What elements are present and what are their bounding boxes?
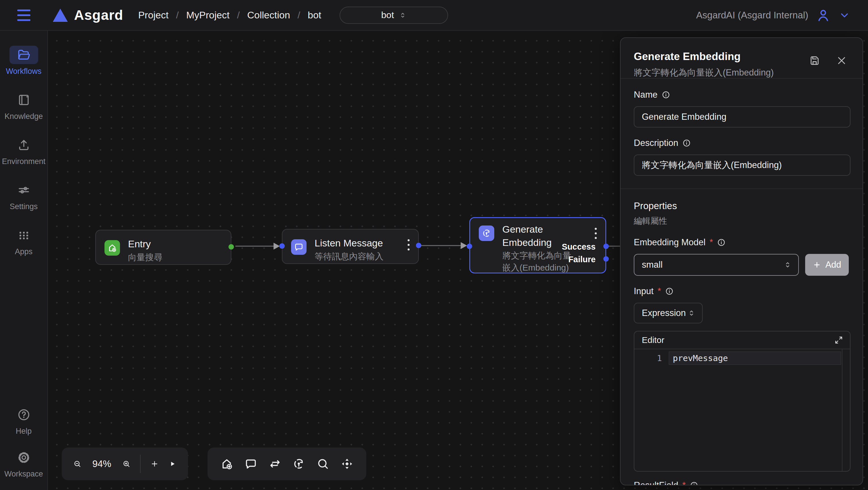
resultfield-label-text: ResultField bbox=[634, 480, 678, 485]
name-field-label: Name bbox=[634, 90, 849, 100]
expand-icon[interactable] bbox=[834, 335, 844, 345]
account-label: AsgardAI (Asgard Internal) bbox=[696, 10, 808, 21]
sidebar-label: Workflows bbox=[6, 67, 41, 76]
sidebar-footer: Help Workspace bbox=[0, 393, 48, 479]
entry-node-icon bbox=[104, 240, 120, 256]
upload-icon bbox=[17, 138, 31, 152]
breadcrumb-separator: / bbox=[298, 9, 300, 21]
chat-bubble-icon bbox=[294, 242, 304, 252]
embedding-input-port[interactable] bbox=[467, 243, 472, 249]
node-entry[interactable]: Entry 向量搜尋 bbox=[95, 230, 231, 265]
transfer-arrows-icon[interactable] bbox=[268, 457, 282, 470]
zoom-out-icon[interactable] bbox=[73, 457, 82, 470]
description-label-text: Description bbox=[634, 138, 678, 148]
sidebar-label: Knowledge bbox=[5, 112, 43, 121]
zoom-level: 94% bbox=[91, 458, 113, 469]
breadcrumb-separator: / bbox=[237, 9, 240, 21]
editor-code-area[interactable]: 1 prevMessage bbox=[634, 349, 850, 471]
apps-grid-icon bbox=[17, 228, 31, 242]
embedding-failure-port[interactable] bbox=[603, 256, 609, 262]
asgard-logo[interactable]: Asgard bbox=[53, 7, 123, 23]
failure-port-label: Failure bbox=[568, 255, 596, 264]
hamburger-menu-icon[interactable] bbox=[17, 9, 30, 21]
plus-icon bbox=[813, 260, 821, 269]
workflow-select[interactable]: bot bbox=[340, 7, 448, 24]
embedding-node-palette-icon[interactable] bbox=[292, 457, 305, 470]
node-palette-toolbar bbox=[208, 448, 366, 480]
embedding-success-port[interactable] bbox=[603, 243, 609, 249]
name-input[interactable] bbox=[634, 106, 850, 127]
add-node-plus-icon[interactable] bbox=[150, 457, 159, 470]
info-icon[interactable] bbox=[665, 287, 674, 295]
search-node-icon[interactable] bbox=[316, 457, 330, 470]
node-menu-kebab-icon[interactable] bbox=[406, 238, 411, 252]
sidebar-item-apps[interactable]: Apps bbox=[0, 226, 48, 256]
account-chevron-down-icon[interactable] bbox=[838, 9, 851, 22]
move-diamond-icon[interactable] bbox=[340, 457, 353, 470]
sidebar-item-knowledge[interactable]: Knowledge bbox=[0, 91, 48, 121]
refresh-dot-icon bbox=[482, 228, 491, 238]
sliders-icon bbox=[17, 183, 31, 197]
navbar-right: AsgardAI (Asgard Internal) bbox=[696, 8, 851, 23]
help-icon bbox=[17, 408, 31, 422]
sidebar-item-environment[interactable]: Environment bbox=[0, 136, 48, 166]
close-icon[interactable] bbox=[836, 55, 848, 67]
listen-node-icon bbox=[291, 239, 307, 255]
sidebar-item-settings[interactable]: Settings bbox=[0, 181, 48, 211]
add-model-button[interactable]: Add bbox=[805, 254, 849, 276]
panel-divider bbox=[621, 189, 863, 189]
asgard-triangle-icon bbox=[53, 9, 68, 22]
sidebar-label: Workspace bbox=[4, 470, 43, 479]
input-type-select[interactable]: Expression bbox=[634, 303, 703, 323]
info-icon[interactable] bbox=[662, 90, 670, 99]
breadcrumb-bot[interactable]: bot bbox=[308, 9, 321, 21]
sidebar-item-workflows[interactable]: Workflows bbox=[0, 46, 48, 76]
required-asterisk: * bbox=[710, 237, 713, 248]
required-asterisk: * bbox=[682, 480, 686, 485]
workflow-select-value: bot bbox=[381, 10, 394, 20]
chevron-updown-icon bbox=[783, 260, 792, 269]
listen-output-port[interactable] bbox=[416, 243, 422, 248]
folder-open-icon bbox=[17, 48, 31, 62]
listen-input-port[interactable] bbox=[279, 243, 285, 249]
message-node-icon[interactable] bbox=[244, 457, 257, 470]
node-title: Listen Message bbox=[315, 236, 383, 250]
zoom-in-icon[interactable] bbox=[122, 457, 131, 470]
required-asterisk: * bbox=[658, 286, 661, 296]
embedding-model-value: small bbox=[642, 260, 662, 270]
info-icon[interactable] bbox=[717, 238, 725, 247]
chevron-updown-icon bbox=[687, 309, 696, 317]
toolbar-divider bbox=[140, 455, 141, 473]
breadcrumb-collection[interactable]: Collection bbox=[247, 9, 290, 21]
gear-icon bbox=[17, 451, 31, 464]
entry-output-port[interactable] bbox=[228, 244, 234, 250]
node-generate-embedding[interactable]: Generate Embedding 將文字轉化為向量嵌入(Embedding)… bbox=[469, 217, 606, 273]
name-label-text: Name bbox=[634, 90, 658, 100]
embedding-model-select[interactable]: small bbox=[634, 254, 799, 276]
node-menu-kebab-icon[interactable] bbox=[594, 227, 598, 240]
sidebar-item-workspace[interactable]: Workspace bbox=[0, 449, 48, 479]
sidebar-label: Environment bbox=[2, 157, 45, 166]
properties-section-title: Properties bbox=[634, 200, 849, 211]
input-field-label: Input * bbox=[634, 286, 849, 296]
description-input[interactable] bbox=[634, 154, 850, 176]
save-icon[interactable] bbox=[809, 55, 820, 67]
input-type-value: Expression bbox=[642, 308, 686, 318]
info-icon[interactable] bbox=[682, 139, 691, 147]
run-play-icon[interactable] bbox=[168, 457, 177, 470]
editor-title: Editor bbox=[642, 335, 664, 345]
zoom-toolbar: 94% bbox=[62, 448, 188, 480]
description-field-label: Description bbox=[634, 138, 849, 148]
sidebar-item-help[interactable]: Help bbox=[0, 406, 48, 436]
breadcrumb-myproject[interactable]: MyProject bbox=[186, 9, 229, 21]
user-icon[interactable] bbox=[816, 8, 831, 23]
asgard-logo-text: Asgard bbox=[74, 7, 123, 23]
entry-home-plus-icon[interactable] bbox=[220, 457, 234, 470]
sidebar-label: Apps bbox=[15, 247, 33, 256]
breadcrumb: Project / MyProject / Collection / bot bbox=[138, 9, 321, 21]
info-icon[interactable] bbox=[690, 481, 699, 485]
node-listen-message[interactable]: Listen Message 等待訊息內容輸入 bbox=[282, 229, 419, 264]
breadcrumb-project[interactable]: Project bbox=[138, 9, 168, 21]
node-subtitle: 等待訊息內容輸入 bbox=[315, 250, 383, 262]
editor-code-text[interactable]: prevMessage bbox=[673, 353, 728, 363]
